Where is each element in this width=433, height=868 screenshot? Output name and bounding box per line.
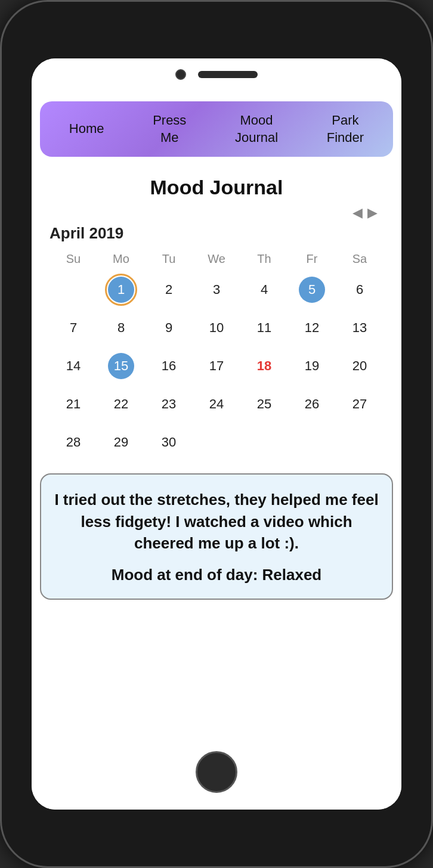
cal-day-29[interactable]: 29 xyxy=(97,424,145,460)
cal-day-23[interactable]: 23 xyxy=(145,386,193,422)
nav-park-finder[interactable]: Park Finder xyxy=(321,110,370,148)
cal-day-3[interactable]: 3 xyxy=(193,272,240,308)
cal-day-21[interactable]: 21 xyxy=(50,386,97,422)
phone-screen: Home Press Me Mood Journal Park Finder M… xyxy=(32,58,401,810)
cal-day-5[interactable]: 5 xyxy=(288,272,336,308)
cal-day-30[interactable]: 30 xyxy=(145,424,193,460)
cal-day-empty-2 xyxy=(193,424,240,460)
cal-day-16[interactable]: 16 xyxy=(145,348,193,384)
calendar-month-year: April 2019 xyxy=(50,224,383,243)
nav-home[interactable]: Home xyxy=(63,118,110,140)
cal-day-25[interactable]: 25 xyxy=(240,386,288,422)
cal-day-empty-4 xyxy=(288,424,336,460)
cal-header-su: Su xyxy=(50,250,97,268)
cal-day-1[interactable]: 1 xyxy=(97,272,145,308)
journal-entry-text: I tried out the stretches, they helped m… xyxy=(54,489,379,554)
cal-header-mo: Mo xyxy=(97,250,145,268)
nav-mood-journal[interactable]: Mood Journal xyxy=(229,110,284,148)
calendar-week-5: 28 29 30 xyxy=(50,424,383,460)
navbar: Home Press Me Mood Journal Park Finder xyxy=(40,101,393,157)
cal-header-tu: Tu xyxy=(145,250,193,268)
cal-day-2[interactable]: 2 xyxy=(145,272,193,308)
cal-day-8[interactable]: 8 xyxy=(97,310,145,346)
camera-icon xyxy=(175,69,186,80)
cal-day-empty-5 xyxy=(336,424,383,460)
page-title: Mood Journal xyxy=(32,176,401,199)
cal-day-24[interactable]: 24 xyxy=(193,386,240,422)
cal-day-10[interactable]: 10 xyxy=(193,310,240,346)
journal-entry-box: I tried out the stretches, they helped m… xyxy=(40,473,393,600)
cal-header-fr: Fr xyxy=(288,250,336,268)
calendar-nav: ◀ ▶ xyxy=(50,205,383,221)
calendar-week-4: 21 22 23 24 25 26 27 xyxy=(50,386,383,422)
home-button[interactable] xyxy=(196,751,237,793)
cal-day-18[interactable]: 18 xyxy=(240,348,288,384)
speaker-icon xyxy=(198,71,258,78)
cal-day-6[interactable]: 6 xyxy=(336,272,383,308)
next-month-button[interactable]: ▶ xyxy=(367,205,378,221)
nav-press-me[interactable]: Press Me xyxy=(147,110,192,148)
calendar: ◀ ▶ April 2019 Su Mo Tu We Th Fr Sa xyxy=(32,205,401,463)
prev-month-button[interactable]: ◀ xyxy=(352,205,363,221)
cal-header-we: We xyxy=(193,250,240,268)
cal-day-28[interactable]: 28 xyxy=(50,424,97,460)
cal-day-12[interactable]: 12 xyxy=(288,310,336,346)
cal-day-17[interactable]: 17 xyxy=(193,348,240,384)
calendar-week-2: 7 8 9 10 11 12 13 xyxy=(50,310,383,346)
phone-frame: Home Press Me Mood Journal Park Finder M… xyxy=(0,0,433,868)
cal-day-13[interactable]: 13 xyxy=(336,310,383,346)
cal-day-20[interactable]: 20 xyxy=(336,348,383,384)
cal-day-7[interactable]: 7 xyxy=(50,310,97,346)
cal-day-19[interactable]: 19 xyxy=(288,348,336,384)
calendar-week-3: 14 15 16 17 18 19 20 xyxy=(50,348,383,384)
calendar-week-1: 1 2 3 4 5 6 xyxy=(50,272,383,308)
screen-content: Home Press Me Mood Journal Park Finder M… xyxy=(32,58,401,810)
cal-day-27[interactable]: 27 xyxy=(336,386,383,422)
cal-day-empty xyxy=(50,272,97,308)
calendar-grid: Su Mo Tu We Th Fr Sa 1 2 3 4 xyxy=(50,250,383,460)
journal-mood-text: Mood at end of day: Relaxed xyxy=(54,566,379,584)
cal-day-22[interactable]: 22 xyxy=(97,386,145,422)
cal-day-15[interactable]: 15 xyxy=(97,348,145,384)
cal-day-14[interactable]: 14 xyxy=(50,348,97,384)
cal-day-11[interactable]: 11 xyxy=(240,310,288,346)
top-bar xyxy=(175,69,258,80)
cal-day-4[interactable]: 4 xyxy=(240,272,288,308)
calendar-header-row: Su Mo Tu We Th Fr Sa xyxy=(50,250,383,268)
cal-day-9[interactable]: 9 xyxy=(145,310,193,346)
cal-header-th: Th xyxy=(240,250,288,268)
cal-day-26[interactable]: 26 xyxy=(288,386,336,422)
cal-day-empty-3 xyxy=(240,424,288,460)
cal-header-sa: Sa xyxy=(336,250,383,268)
